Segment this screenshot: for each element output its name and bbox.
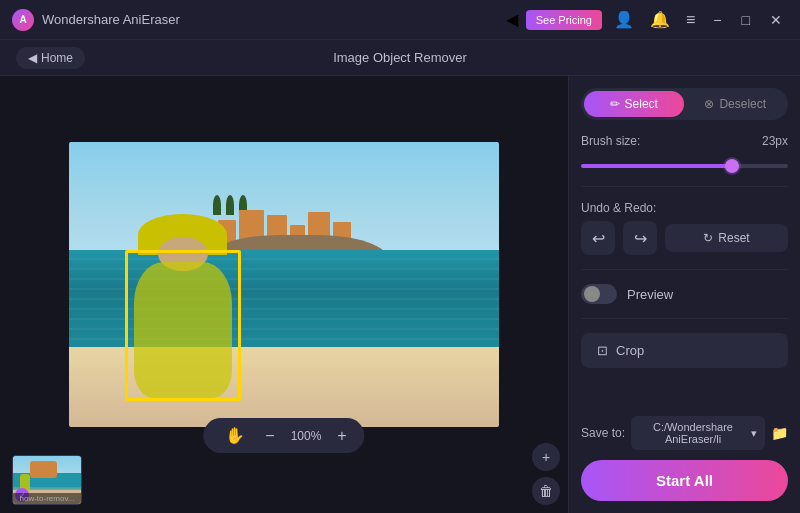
zoom-in-button[interactable]: +	[337, 427, 346, 445]
undo-redo-section: Undo & Redo: ↩ ↪ ↻ Reset	[581, 201, 788, 255]
save-path-text: C:/Wondershare AniEraser/li	[639, 421, 747, 445]
minimize-button[interactable]: −	[707, 10, 727, 30]
crop-button[interactable]: ⊡ Crop	[581, 333, 788, 368]
brush-size-slider[interactable]	[581, 164, 788, 168]
home-label: Home	[41, 51, 73, 65]
save-path-button[interactable]: C:/Wondershare AniEraser/li ▾	[631, 416, 765, 450]
divider-3	[581, 318, 788, 319]
crop-icon: ⊡	[597, 343, 608, 358]
deselect-icon: ⊗	[704, 97, 714, 111]
thumbnail-item[interactable]: ✓ how-to-remov...	[12, 455, 82, 505]
zoom-level: 100%	[291, 429, 322, 443]
deselect-button[interactable]: ⊗ Deselect	[686, 91, 786, 117]
chevron-left-icon: ◀	[28, 51, 37, 65]
thumbnail-label: how-to-remov...	[13, 493, 81, 504]
hand-tool-button[interactable]: ✋	[221, 424, 249, 447]
thumb-island	[30, 461, 57, 478]
thumbnail-actions: + 🗑	[532, 443, 560, 505]
undo-redo-row: ↩ ↪ ↻ Reset	[581, 221, 788, 255]
maximize-button[interactable]: □	[736, 10, 756, 30]
undo-redo-label-row: Undo & Redo:	[581, 201, 788, 215]
delete-image-button[interactable]: 🗑	[532, 477, 560, 505]
folder-button[interactable]: 📁	[771, 425, 788, 441]
title-bar-right: ◀ See Pricing 👤 🔔 ≡ − □ ✕	[506, 8, 788, 31]
page-title: Image Object Remover	[333, 50, 467, 65]
brush-size-section: Brush size: 23px	[581, 134, 788, 172]
brush-size-value: 23px	[762, 134, 788, 148]
divider-1	[581, 186, 788, 187]
reset-label: Reset	[718, 231, 749, 245]
start-all-button[interactable]: Start All	[581, 460, 788, 501]
redo-button[interactable]: ↪	[623, 221, 657, 255]
thumbnail-strip: ✓ how-to-remov...	[12, 455, 82, 505]
crop-label: Crop	[616, 343, 644, 358]
image-container	[69, 142, 499, 427]
zoom-out-button[interactable]: −	[265, 427, 274, 445]
reset-icon: ↻	[703, 231, 713, 245]
add-image-button[interactable]: +	[532, 443, 560, 471]
right-panel: ✏ Select ⊗ Deselect Brush size: 23px Und…	[568, 76, 800, 513]
person-body	[134, 262, 233, 399]
chevron-down-icon: ▾	[751, 427, 757, 440]
gift-button[interactable]: ◀	[506, 10, 518, 29]
pricing-button[interactable]: See Pricing	[526, 10, 602, 30]
preview-toggle[interactable]	[581, 284, 617, 304]
title-bar: A Wondershare AniEraser ◀ See Pricing 👤 …	[0, 0, 800, 40]
reset-button[interactable]: ↻ Reset	[665, 224, 788, 252]
beach-image	[69, 142, 499, 427]
canvas-area[interactable]: ✋ − 100% + ✓ how-to-remov... + 🗑	[0, 76, 568, 513]
nav-bar: ◀ Home Image Object Remover	[0, 40, 800, 76]
preview-row: Preview	[581, 284, 788, 304]
menu-icon-button[interactable]: ≡	[682, 9, 699, 31]
undo-button[interactable]: ↩	[581, 221, 615, 255]
undo-redo-label: Undo & Redo:	[581, 201, 656, 215]
save-label: Save to:	[581, 426, 625, 440]
divider-2	[581, 269, 788, 270]
close-button[interactable]: ✕	[764, 10, 788, 30]
brush-size-label: Brush size:	[581, 134, 640, 148]
title-bar-left: A Wondershare AniEraser	[12, 9, 180, 31]
toggle-knob	[584, 286, 600, 302]
preview-label: Preview	[627, 287, 673, 302]
brush-icon: ✏	[610, 97, 620, 111]
save-row: Save to: C:/Wondershare AniEraser/li ▾ 📁	[581, 416, 788, 450]
main-layout: ✋ − 100% + ✓ how-to-remov... + 🗑	[0, 76, 800, 513]
app-title: Wondershare AniEraser	[42, 12, 180, 27]
brush-size-label-row: Brush size: 23px	[581, 134, 788, 148]
app-logo: A	[12, 9, 34, 31]
deselect-label: Deselect	[719, 97, 766, 111]
canvas-toolbar: ✋ − 100% +	[203, 418, 364, 453]
brush-size-slider-container	[581, 154, 788, 172]
person-figure	[134, 262, 233, 399]
select-button[interactable]: ✏ Select	[584, 91, 684, 117]
select-label: Select	[625, 97, 658, 111]
bell-icon-button[interactable]: 🔔	[646, 8, 674, 31]
save-section: Save to: C:/Wondershare AniEraser/li ▾ 📁…	[581, 416, 788, 501]
select-deselect-toggle: ✏ Select ⊗ Deselect	[581, 88, 788, 120]
home-button[interactable]: ◀ Home	[16, 47, 85, 69]
user-icon-button[interactable]: 👤	[610, 8, 638, 31]
